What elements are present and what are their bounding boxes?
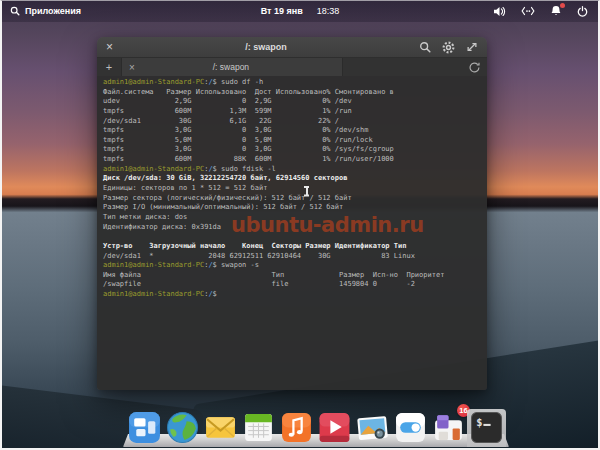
tab-title: /: swapon xyxy=(141,62,335,72)
dock: 16 $ xyxy=(123,405,509,447)
power-icon[interactable] xyxy=(577,6,588,17)
notification-badge xyxy=(560,3,565,8)
music-icon xyxy=(280,411,313,444)
dock-item-music[interactable] xyxy=(280,411,313,444)
terminal-icon: $ xyxy=(470,411,503,444)
resize-icon[interactable] xyxy=(466,41,478,53)
close-icon[interactable]: × xyxy=(106,41,113,53)
browser-globe-icon xyxy=(166,411,199,444)
text-cursor xyxy=(303,186,310,196)
history-icon[interactable] xyxy=(461,58,487,76)
volume-icon[interactable] xyxy=(493,6,506,17)
videos-icon xyxy=(318,411,351,444)
dock-item-settings[interactable] xyxy=(394,411,427,444)
dock-item-calendar[interactable] xyxy=(242,411,275,444)
titlebar[interactable]: × /: swapon xyxy=(97,37,487,58)
panel-time[interactable]: 18:38 xyxy=(317,6,340,16)
applications-label: Приложения xyxy=(25,6,81,16)
window-title: /: swapon xyxy=(113,42,419,52)
terminal-output[interactable]: admin1@admin-Standard-PC:/$ sudo df -hФа… xyxy=(97,76,487,390)
dock-icons: 16 $ xyxy=(128,411,503,444)
terminal-text: admin1@admin-Standard-PC:/$ sudo df -hФа… xyxy=(103,78,487,300)
mail-icon xyxy=(204,411,237,444)
photos-icon xyxy=(356,411,389,444)
tab-close-icon[interactable]: × xyxy=(129,62,135,73)
terminal-window: × /: swapon + × /: swapon xyxy=(97,37,487,390)
new-tab-button[interactable]: + xyxy=(97,58,122,76)
top-panel: Приложения Вт 19 янв 18:38 xyxy=(0,0,600,22)
tab-swapon[interactable]: × /: swapon xyxy=(122,58,343,76)
network-icon[interactable] xyxy=(521,6,535,16)
dock-item-multitasking[interactable] xyxy=(128,411,161,444)
search-icon[interactable] xyxy=(419,41,431,53)
dock-item-browser[interactable] xyxy=(166,411,199,444)
calendar-icon xyxy=(242,411,275,444)
dock-item-photos[interactable] xyxy=(356,411,389,444)
search-icon xyxy=(10,6,20,16)
watermark: ubuntu-admin.ru xyxy=(231,213,424,237)
applications-menu[interactable]: Приложения xyxy=(0,6,91,16)
dock-item-mail[interactable] xyxy=(204,411,237,444)
notifications-icon[interactable] xyxy=(550,5,562,17)
gear-icon[interactable] xyxy=(442,41,455,54)
tabbar-empty xyxy=(343,58,461,76)
multitasking-icon xyxy=(128,411,161,444)
dock-item-videos[interactable] xyxy=(318,411,351,444)
indicator-area xyxy=(481,5,600,17)
titlebar-actions xyxy=(419,41,478,54)
panel-date[interactable]: Вт 19 янв xyxy=(261,6,303,16)
svg-text:$: $ xyxy=(476,416,482,428)
tab-bar: + × /: swapon xyxy=(97,58,487,76)
dock-item-appcenter[interactable]: 16 xyxy=(432,411,465,444)
settings-icon xyxy=(394,411,427,444)
dock-item-terminal[interactable]: $ xyxy=(470,411,503,444)
